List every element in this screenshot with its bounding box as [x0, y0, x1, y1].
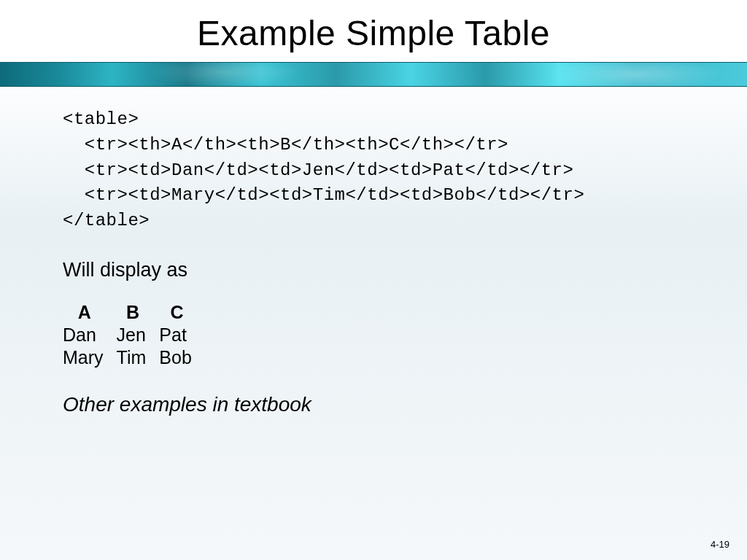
- table-header-row: A B C: [63, 302, 205, 324]
- table-cell: Pat: [159, 324, 204, 347]
- table-cell: Jen: [117, 324, 160, 347]
- code-line: </table>: [63, 211, 150, 230]
- code-example: <table> <tr><th>A</th><th>B</th><th>C</t…: [63, 107, 684, 234]
- table-cell: Dan: [63, 324, 117, 347]
- code-line: <table>: [63, 109, 139, 129]
- table-row: Mary Tim Bob: [63, 347, 205, 370]
- decorative-divider: [0, 62, 747, 87]
- other-examples-label: Other examples in textbook: [63, 393, 684, 416]
- code-line: <tr><td>Mary</td><td>Tim</td><td>Bob</td…: [63, 185, 584, 205]
- slide-title: Example Simple Table: [0, 0, 747, 62]
- will-display-label: Will display as: [63, 259, 684, 281]
- table-header-cell: A: [63, 302, 117, 324]
- page-number: 4-19: [711, 539, 729, 550]
- table-cell: Tim: [117, 347, 160, 370]
- table-header-cell: B: [117, 302, 160, 324]
- table-row: Dan Jen Pat: [63, 324, 205, 347]
- rendered-table: A B C Dan Jen Pat Mary Tim Bob: [63, 302, 205, 370]
- table-cell: Mary: [63, 347, 117, 370]
- code-line: <tr><td>Dan</td><td>Jen</td><td>Pat</td>…: [63, 160, 573, 180]
- table-cell: Bob: [159, 347, 204, 370]
- table-header-cell: C: [159, 302, 204, 324]
- slide-content: <table> <tr><th>A</th><th>B</th><th>C</t…: [0, 87, 747, 416]
- code-line: <tr><th>A</th><th>B</th><th>C</th></tr>: [63, 135, 508, 155]
